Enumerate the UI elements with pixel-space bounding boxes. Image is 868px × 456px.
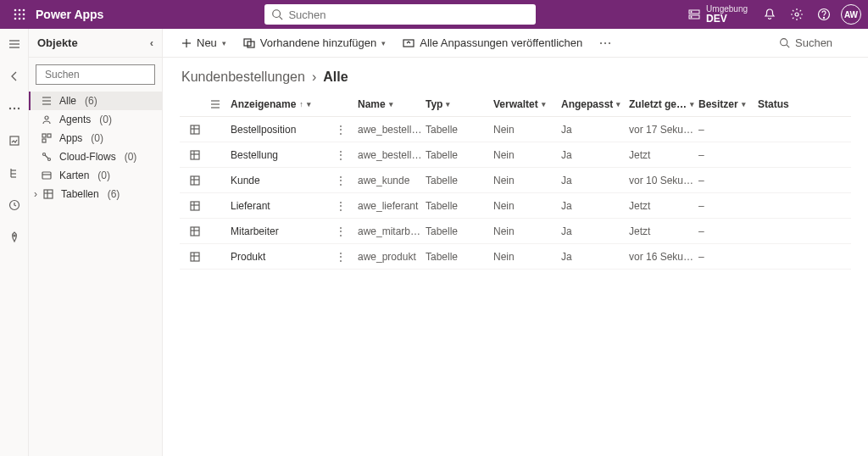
svg-point-30 — [14, 235, 15, 236]
publish-button[interactable]: Alle Anpassungen veröffentlichen — [396, 31, 589, 55]
rail-back[interactable] — [4, 66, 25, 86]
row-display-name[interactable]: Mitarbeiter ⋮ — [231, 225, 358, 237]
row-display-name[interactable]: Produkt ⋮ — [231, 251, 358, 263]
table-row[interactable]: Lieferant ⋮awe_lieferantTabelleNeinJaJet… — [180, 193, 851, 219]
sidebar-item-apps[interactable]: Apps(0) — [29, 129, 162, 147]
row-owner-cell: – — [698, 200, 758, 212]
svg-point-22 — [13, 108, 14, 109]
breadcrumb-current: Alle — [323, 70, 348, 85]
table-row[interactable]: Mitarbeiter ⋮awe_mitarbeiterTabelleNeinJ… — [180, 219, 851, 244]
row-display-name[interactable]: Lieferant ⋮ — [231, 200, 358, 212]
table-header: Anzeigename↑▾ Name▾ Typ▾ Verwaltet▾ Ange… — [180, 92, 851, 117]
add-existing-icon — [243, 38, 255, 48]
col-managed[interactable]: Verwaltet▾ — [493, 98, 561, 110]
sidebar-item-tables[interactable]: › Tabellen(6) — [29, 185, 162, 203]
entity-icon — [180, 125, 210, 135]
svg-point-53 — [604, 42, 606, 43]
row-menu[interactable]: ⋮ — [336, 225, 346, 237]
overflow-button[interactable] — [593, 31, 618, 55]
table-row[interactable]: Bestellung ⋮awe_bestellungTabelleNeinJaJ… — [180, 142, 851, 168]
object-search-input[interactable] — [45, 69, 172, 81]
help-icon — [817, 8, 831, 21]
row-menu[interactable]: ⋮ — [336, 200, 346, 212]
row-type-cell: Tabelle — [426, 225, 493, 237]
row-menu[interactable]: ⋮ — [336, 124, 346, 136]
new-button[interactable]: Neu ▾ — [175, 31, 233, 55]
svg-line-56 — [787, 45, 789, 47]
row-customized-cell: Ja — [561, 200, 629, 212]
chevron-down-icon: ▾ — [542, 100, 546, 108]
svg-point-15 — [795, 13, 798, 16]
entity-icon — [180, 150, 210, 160]
svg-rect-63 — [191, 151, 199, 159]
chevron-down-icon: ▾ — [307, 100, 311, 108]
sidebar-item-agents[interactable]: Agents(0) — [29, 110, 162, 129]
row-customized-cell: Ja — [561, 225, 629, 237]
object-list: Alle(6) Agents(0) Apps(0) Cloud-Flows(0)… — [29, 92, 162, 203]
col-display-name[interactable]: Anzeigename↑▾ — [231, 98, 358, 110]
rail-rocket-icon[interactable] — [4, 227, 25, 247]
col-icon[interactable] — [210, 99, 231, 109]
row-modified-cell: vor 10 Sekunden — [629, 175, 698, 186]
breadcrumb-parent[interactable]: Kundenbestellungen — [181, 70, 305, 85]
object-search[interactable] — [36, 64, 155, 85]
row-menu[interactable]: ⋮ — [336, 175, 346, 186]
waffle-menu[interactable] — [7, 8, 32, 20]
col-owner[interactable]: Besitzer▾ — [698, 98, 758, 110]
table-row[interactable]: Bestellposition ⋮awe_bestellpositi…Tabel… — [180, 117, 851, 142]
col-customized[interactable]: Angepasst▾ — [561, 98, 629, 110]
command-bar: Neu ▾ Vorhandene hinzufügen ▾ Alle Anpas… — [163, 29, 868, 58]
svg-rect-66 — [191, 176, 199, 185]
row-display-name[interactable]: Kunde ⋮ — [231, 175, 358, 186]
row-type-cell: Tabelle — [426, 251, 493, 263]
svg-rect-37 — [42, 134, 46, 137]
row-menu[interactable]: ⋮ — [336, 149, 346, 161]
rail-more[interactable] — [4, 98, 25, 119]
global-search-input[interactable] — [288, 8, 529, 21]
notifications-button[interactable] — [756, 0, 783, 29]
list-search[interactable]: Suchen — [771, 31, 856, 55]
rail-hamburger[interactable] — [4, 34, 25, 54]
row-menu[interactable]: ⋮ — [336, 251, 346, 263]
entity-icon — [180, 175, 210, 186]
row-customized-cell: Ja — [561, 251, 629, 263]
help-button[interactable] — [810, 0, 837, 29]
col-status[interactable]: Status — [758, 98, 805, 110]
rail-history-icon[interactable] — [4, 195, 25, 215]
chevron-right-icon: › — [312, 70, 316, 85]
col-modified[interactable]: Zuletzt ge…▾ — [629, 98, 698, 110]
user-avatar[interactable]: AW — [841, 4, 861, 25]
row-customized-cell: Ja — [561, 124, 629, 136]
table-row[interactable]: Kunde ⋮awe_kundeTabelleNeinJavor 10 Seku… — [180, 168, 851, 193]
svg-point-1 — [19, 9, 21, 12]
rail-chart-icon[interactable] — [4, 131, 25, 151]
sidebar-item-all[interactable]: Alle(6) — [29, 92, 162, 110]
chevron-right-icon: › — [34, 188, 37, 200]
svg-rect-38 — [47, 134, 51, 137]
list-icon — [41, 95, 53, 107]
row-managed-cell: Nein — [493, 149, 561, 161]
row-type-cell: Tabelle — [426, 200, 493, 212]
sidebar-item-flows[interactable]: Cloud-Flows(0) — [29, 147, 162, 166]
svg-point-2 — [23, 9, 25, 12]
chevron-down-icon: ▾ — [222, 39, 226, 47]
panel-collapse[interactable]: ‹ — [150, 36, 153, 49]
row-managed-cell: Nein — [493, 200, 561, 212]
svg-point-4 — [19, 14, 21, 16]
row-display-name[interactable]: Bestellposition ⋮ — [231, 124, 358, 136]
entity-icon — [180, 226, 210, 236]
table-row[interactable]: Produkt ⋮awe_produktTabelleNeinJavor 16 … — [180, 244, 851, 270]
environment-icon — [687, 8, 701, 21]
environment-picker[interactable]: Umgebung DEV — [687, 4, 748, 25]
add-existing-button[interactable]: Vorhandene hinzufügen ▾ — [236, 31, 392, 55]
sidebar-item-cards[interactable]: Karten(0) — [29, 166, 162, 185]
chevron-down-icon: ▾ — [742, 100, 746, 108]
rail-tree-icon[interactable] — [4, 163, 25, 183]
col-name[interactable]: Name▾ — [358, 98, 426, 110]
col-type[interactable]: Typ▾ — [426, 98, 493, 110]
row-name-cell: awe_mitarbeiter — [358, 225, 426, 237]
row-managed-cell: Nein — [493, 175, 561, 186]
settings-button[interactable] — [783, 0, 810, 29]
row-display-name[interactable]: Bestellung ⋮ — [231, 149, 358, 161]
global-search[interactable] — [264, 4, 536, 25]
